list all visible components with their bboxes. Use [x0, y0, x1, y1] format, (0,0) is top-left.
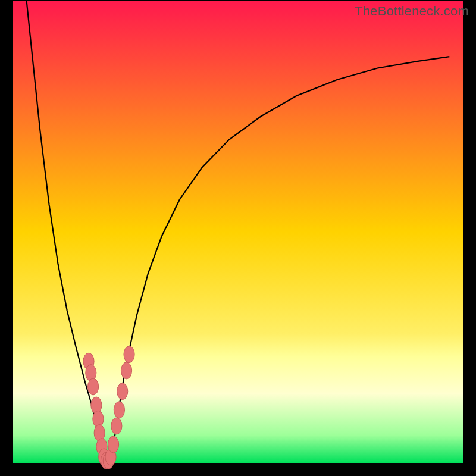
- marker-point: [88, 378, 99, 395]
- marker-point: [108, 436, 119, 453]
- marker-point: [111, 418, 122, 434]
- chart-canvas: [0, 0, 476, 476]
- chart-plot-area: [13, 1, 463, 463]
- bottleneck-chart: TheBottleneck.com: [0, 0, 476, 476]
- marker-point: [117, 383, 128, 400]
- marker-point: [114, 402, 124, 418]
- marker-point: [121, 362, 131, 379]
- marker-point: [124, 346, 134, 363]
- watermark-label: TheBottleneck.com: [355, 4, 469, 19]
